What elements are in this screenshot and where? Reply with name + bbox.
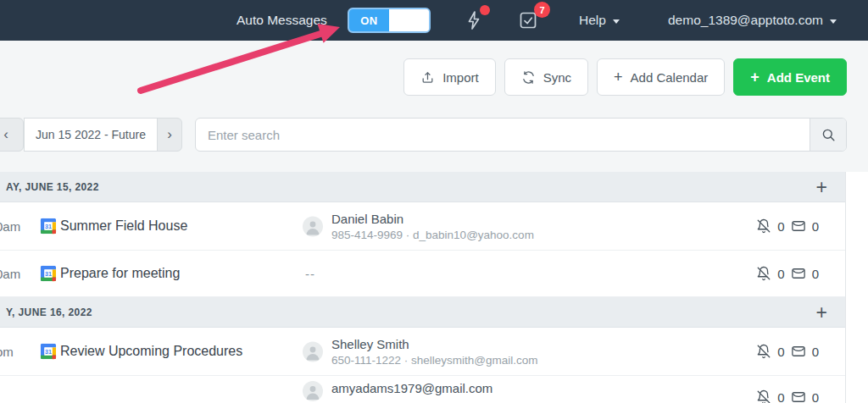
next-range-button[interactable]: › [157, 118, 182, 152]
quick-actions-button[interactable] [464, 10, 486, 32]
google-calendar-icon: 31 [40, 265, 57, 282]
event-contact[interactable]: Daniel Babin 985-414-9969 · d_babin10@ya… [303, 212, 534, 241]
avatar [303, 381, 323, 401]
notification-dot [480, 5, 490, 15]
help-menu[interactable]: Help [579, 0, 620, 41]
message-inbox-icon [791, 266, 806, 281]
tasks-count-badge: 7 [534, 2, 550, 18]
sync-icon [521, 70, 536, 85]
contact-name: Shelley Smith [331, 337, 538, 351]
chevron-down-icon [830, 19, 837, 24]
avatar [303, 341, 323, 362]
event-counts: 0 0 [756, 266, 819, 281]
bell-off-icon [756, 344, 771, 359]
plus-icon: + [750, 69, 760, 85]
help-label: Help [579, 13, 606, 28]
search-icon [821, 127, 837, 143]
add-event-button[interactable]: + Add Event [733, 58, 847, 96]
no-contact-placeholder: -- [305, 267, 315, 281]
event-time: 0am [0, 267, 20, 281]
event-row[interactable]: amyadams1979@gmail.com 0 0 [0, 376, 845, 403]
event-title[interactable]: Summer Field House [60, 218, 187, 234]
message-inbox-icon [791, 218, 806, 234]
add-calendar-button[interactable]: + Add Calendar [597, 58, 725, 96]
import-button[interactable]: Import [403, 58, 496, 96]
toggle-knob[interactable] [389, 9, 429, 31]
date-range-selector[interactable]: Jun 15 2022 - Future [24, 118, 158, 152]
plus-icon: + [614, 69, 623, 85]
contact-detail: 985-414-9969 · d_babin10@yahoo.com [331, 229, 534, 241]
prev-range-button[interactable]: ‹ [0, 118, 24, 152]
day-header-label: Y, JUNE 16, 2022 [6, 306, 92, 318]
messages-count: 0 [812, 219, 819, 234]
svg-text:31: 31 [45, 224, 52, 230]
alerts-count: 0 [777, 267, 784, 281]
add-event-to-day-button[interactable]: + [816, 302, 827, 322]
alerts-count: 0 [777, 390, 784, 403]
search-input[interactable] [196, 119, 810, 151]
search-bar [195, 118, 847, 152]
contact-detail: 650-111-1222 · shelleysmith@gmail.com [331, 354, 538, 367]
event-counts: 0 0 [756, 344, 819, 359]
add-event-label: Add Event [767, 70, 830, 85]
account-email: demo_1389@apptoto.com [668, 13, 823, 28]
day-header: AY, JUNE 15, 2022 + [0, 172, 845, 202]
add-calendar-label: Add Calendar [631, 70, 709, 85]
alerts-count: 0 [777, 345, 784, 359]
svg-text:31: 31 [45, 349, 52, 356]
google-calendar-icon: 31 [40, 218, 57, 235]
day-header: Y, JUNE 16, 2022 + [0, 297, 845, 328]
scroll-gutter [846, 172, 868, 403]
import-label: Import [442, 70, 479, 85]
event-contact[interactable]: Shelley Smith 650-111-1222 · shelleysmit… [303, 337, 538, 367]
agenda-list: AY, JUNE 15, 2022 + 0am 31 [0, 172, 846, 403]
bell-off-icon [756, 218, 771, 234]
event-counts: 0 0 [756, 389, 819, 403]
toolbar: Import Sync + Add Calendar + Add Event [403, 58, 847, 96]
auto-messages-label: Auto Messages [236, 0, 327, 41]
filter-row: ‹ Jun 15 2022 - Future › [0, 118, 847, 152]
add-event-to-day-button[interactable]: + [816, 177, 827, 196]
google-calendar-icon: 31 [40, 343, 57, 360]
day-header-label: AY, JUNE 15, 2022 [6, 181, 99, 193]
auto-messages-toggle[interactable]: ON [348, 8, 431, 33]
bell-off-icon [756, 266, 771, 281]
alerts-count: 0 [777, 219, 784, 234]
apptoto-agenda-page: Auto Messages ON 7 Help demo_1389@apptot… [0, 0, 868, 403]
messages-count: 0 [812, 390, 819, 403]
event-title[interactable]: Prepare for meeting [60, 266, 180, 281]
contact-name: Daniel Babin [331, 212, 534, 226]
search-button[interactable] [810, 119, 846, 151]
event-time: om [0, 345, 14, 359]
chevron-down-icon [613, 19, 620, 24]
tasks-button[interactable]: 7 [518, 10, 540, 32]
event-contact[interactable]: amyadams1979@gmail.com [303, 381, 492, 401]
event-row[interactable]: om 31 Review Upcoming Proc [0, 328, 845, 376]
toggle-on-segment[interactable]: ON [349, 9, 389, 31]
sync-label: Sync [543, 70, 571, 85]
bell-off-icon [756, 389, 771, 403]
event-title[interactable]: Review Upcoming Procedures [60, 344, 242, 359]
sync-button[interactable]: Sync [504, 58, 588, 96]
event-row[interactable]: 0am 31 Prepare for meeting [0, 251, 845, 297]
messages-count: 0 [812, 345, 819, 359]
event-counts: 0 0 [756, 218, 819, 234]
contact-name: amyadams1979@gmail.com [331, 381, 492, 395]
message-inbox-icon [791, 344, 806, 359]
event-time: 0am [0, 219, 20, 234]
svg-text:31: 31 [45, 271, 52, 278]
avatar [303, 216, 323, 236]
top-navbar: Auto Messages ON 7 Help demo_1389@apptot… [0, 0, 868, 41]
event-row[interactable]: 0am 31 Summer Field House [0, 202, 845, 251]
upload-icon [420, 70, 435, 85]
account-menu[interactable]: demo_1389@apptoto.com [668, 0, 837, 41]
message-inbox-icon [791, 389, 806, 403]
messages-count: 0 [812, 267, 819, 281]
